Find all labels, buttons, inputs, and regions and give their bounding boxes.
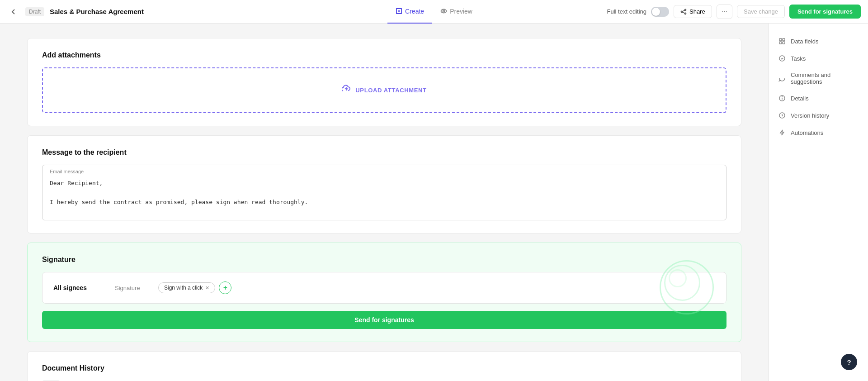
tab-preview[interactable]: Preview	[432, 0, 481, 24]
zap-icon	[778, 129, 786, 137]
sig-tags: Sign with a click ✕ +	[158, 281, 231, 294]
more-button[interactable]: ···	[717, 5, 732, 19]
svg-rect-11	[779, 42, 782, 44]
sidebar-label-automations: Automations	[791, 129, 823, 136]
check-circle-icon	[778, 54, 786, 62]
svg-point-4	[684, 13, 686, 14]
draft-badge: Draft	[25, 7, 44, 16]
main-layout: Add attachments UPLOAD ATTACHMENT Messag…	[0, 24, 868, 381]
info-icon	[778, 94, 786, 102]
svg-point-3	[681, 11, 682, 12]
attachments-section: Add attachments UPLOAD ATTACHMENT	[27, 38, 741, 126]
full-text-label: Full text editing	[607, 8, 646, 15]
topbar: Draft Sales & Purchase Agreement Create …	[0, 0, 868, 24]
message-section: Message to the recipient Email message D…	[27, 135, 741, 233]
upload-icon	[342, 85, 351, 96]
sidebar-item-tasks[interactable]: Tasks	[769, 50, 868, 67]
send-signatures-button-top[interactable]: Send for signatures	[789, 5, 861, 19]
message-title: Message to the recipient	[42, 148, 726, 157]
attachments-title: Add attachments	[42, 51, 726, 59]
help-button[interactable]: ?	[841, 354, 857, 370]
svg-point-16	[782, 97, 783, 97]
sidebar-label-version-history: Version history	[791, 112, 829, 119]
sidebar-item-details[interactable]: Details	[769, 90, 868, 107]
signature-section: Signature All signees Signature Sign wit…	[27, 243, 741, 342]
clock-icon	[778, 111, 786, 119]
svg-line-6	[682, 12, 684, 13]
svg-point-13	[779, 56, 785, 61]
svg-line-5	[682, 10, 684, 11]
doc-title: Sales & Purchase Agreement	[50, 8, 144, 15]
sign-with-click-tag: Sign with a click ✕	[158, 282, 215, 293]
share-button[interactable]: Share	[674, 5, 712, 18]
topbar-left: Draft Sales & Purchase Agreement	[7, 5, 387, 18]
send-signatures-button[interactable]: Send for signatures	[42, 311, 726, 329]
signature-title: Signature	[42, 256, 726, 264]
sidebar-item-data-fields[interactable]: Data fields	[769, 33, 868, 50]
svg-rect-12	[783, 42, 785, 44]
email-label: Email message	[50, 169, 84, 174]
message-circle-icon	[778, 74, 786, 82]
sign-with-click-label: Sign with a click	[164, 285, 203, 291]
topbar-tabs: Create Preview	[387, 0, 481, 24]
upload-area[interactable]: UPLOAD ATTACHMENT	[42, 67, 726, 113]
document-history-section: Document History Edited 14	[27, 351, 741, 381]
content-area: Add attachments UPLOAD ATTACHMENT Messag…	[0, 24, 769, 381]
document-history-title: Document History	[42, 364, 726, 372]
topbar-right: Full text editing Share ··· Save change …	[481, 5, 861, 19]
email-textarea[interactable]: Dear Recipient, I hereby send the contra…	[50, 171, 719, 212]
right-sidebar: Data fields Tasks Comments and suggestio…	[769, 24, 868, 381]
remove-tag-button[interactable]: ✕	[205, 285, 209, 291]
email-wrapper: Email message Dear Recipient, I hereby s…	[42, 165, 726, 220]
svg-point-1	[443, 10, 445, 12]
upload-label: UPLOAD ATTACHMENT	[355, 87, 426, 94]
svg-rect-9	[779, 38, 782, 41]
signees-label: All signees	[53, 284, 108, 291]
sidebar-label-data-fields: Data fields	[791, 38, 818, 45]
sidebar-item-comments[interactable]: Comments and suggestions	[769, 67, 868, 90]
svg-point-2	[684, 9, 686, 10]
back-button[interactable]	[7, 5, 20, 18]
sidebar-label-details: Details	[791, 95, 809, 102]
sidebar-label-comments: Comments and suggestions	[791, 71, 859, 85]
grid-icon	[778, 37, 786, 45]
svg-rect-10	[783, 38, 785, 41]
signature-card: All signees Signature Sign with a click …	[42, 272, 726, 304]
toggle-knob	[652, 8, 660, 16]
sidebar-label-tasks: Tasks	[791, 55, 806, 62]
sidebar-item-automations[interactable]: Automations	[769, 124, 868, 141]
add-tag-button[interactable]: +	[219, 281, 231, 294]
sidebar-item-version-history[interactable]: Version history	[769, 107, 868, 124]
save-button[interactable]: Save change	[737, 5, 785, 18]
sig-type-label: Signature	[115, 285, 151, 291]
tab-create[interactable]: Create	[387, 0, 432, 24]
signees-row: All signees Signature Sign with a click …	[53, 281, 715, 294]
full-text-toggle[interactable]	[651, 7, 669, 17]
